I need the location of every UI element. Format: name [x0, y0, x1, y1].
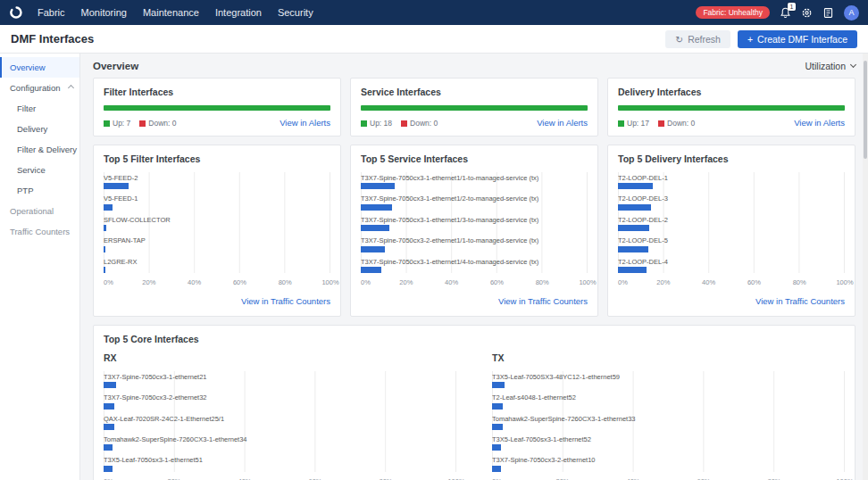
up-count: Up: 7 [113, 119, 130, 128]
bar-row: T3X5-Leaf-7050sx3-1-ethernet52 [492, 435, 844, 451]
view-in-traffic-counters-link[interactable]: View in Traffic Counters [755, 296, 845, 306]
bar [104, 466, 113, 472]
up-count: Up: 18 [370, 119, 392, 128]
create-dmf-interface-button[interactable]: + Create DMF Interface [738, 30, 857, 48]
nav-item-monitoring[interactable]: Monitoring [81, 7, 127, 18]
create-button-label: Create DMF Interface [757, 34, 847, 45]
down-count: Down: 0 [148, 119, 176, 128]
rx-chart-title: RX [104, 352, 456, 363]
service-interfaces-card: Service Interfaces Up: 18 Down: 0 View i… [350, 78, 598, 137]
scrollbar[interactable] [863, 54, 868, 480]
refresh-button[interactable]: ↻ Refresh [665, 30, 730, 48]
bar [104, 225, 106, 231]
axis-tick: 40% [702, 278, 715, 286]
gear-icon[interactable] [801, 7, 813, 19]
bar-row: T3X7-Spine-7050cx3-2-ethernet32 [104, 393, 455, 409]
view-in-alerts-link[interactable]: View in Alerts [794, 118, 845, 128]
filter-interfaces-card: Filter Interfaces Up: 7 Down: 0 View in … [93, 78, 341, 137]
sidebar-item-filter-delivery[interactable]: Filter & Delivery [0, 139, 79, 160]
card-title: Service Interfaces [361, 87, 588, 97]
utilization-bar [618, 105, 845, 111]
axis-tick: 20% [656, 278, 670, 286]
chevron-up-icon [68, 85, 74, 91]
bar-label: V5-FEED-2 [104, 174, 330, 182]
sidebar-item-ptp[interactable]: PTP [0, 180, 79, 201]
sidebar-item-configuration[interactable]: Configuration [0, 78, 79, 98]
bar-label: T3X5-Leaf-7050sx3-1-ethernet52 [492, 435, 844, 443]
docs-icon[interactable] [822, 7, 834, 19]
chart-plot-area: T3X5-Leaf-7050SX3-48YC12-1-ethernet59T2-… [492, 371, 845, 472]
top5-core-interfaces-card: Top 5 Core Interfaces RX T3X7-Spine-7050… [93, 325, 855, 480]
sidebar-item-label: PTP [17, 186, 33, 195]
bar-label: T2-Leaf-s4048-1-ethernet52 [492, 393, 844, 401]
utilization-cards-row: Filter Interfaces Up: 7 Down: 0 View in … [93, 78, 855, 137]
sidebar-item-label: Configuration [10, 83, 61, 93]
sidebar-item-operational[interactable]: Operational [0, 201, 79, 221]
bar-row: T2-LOOP-DEL-3 [618, 194, 844, 210]
utilization-dropdown[interactable]: Utilization [805, 61, 855, 71]
utilization-bar-track [618, 105, 845, 111]
sidebar-item-filter[interactable]: Filter [0, 98, 79, 119]
bar [361, 267, 381, 273]
core-rx-chart: T3X7-Spine-7050cx3-1-ethernet21T3X7-Spin… [104, 371, 456, 480]
bar-row: T3X7-Spine-7050cx3-1-ethernet1/4-to-mana… [361, 258, 587, 273]
bar [618, 267, 647, 273]
user-avatar[interactable]: A [844, 5, 859, 21]
sidebar-item-overview[interactable]: Overview [0, 57, 79, 78]
tx-chart-title: TX [492, 352, 845, 363]
bar-row: Tomahawk2-SuperSpine-7260CX3-1-ethernet3… [104, 435, 455, 451]
bar-row: T3X7-Spine-7050cx3-1-ethernet1/1-to-mana… [361, 174, 587, 189]
sidebar-item-delivery[interactable]: Delivery [0, 119, 79, 139]
bar-row: T3X7-Spine-7050cx3-1-ethernet1/2-to-mana… [361, 194, 587, 210]
bell-icon[interactable]: 1 [780, 7, 791, 19]
axis-tick: 80% [793, 278, 806, 286]
fabric-status-badge[interactable]: Fabric: Unhealthy [696, 6, 770, 19]
nav-item-fabric[interactable]: Fabric [38, 7, 65, 18]
axis-tick: 20% [399, 278, 413, 286]
bar [361, 183, 395, 189]
view-in-traffic-counters-link[interactable]: View in Traffic Counters [498, 296, 588, 306]
legend: Up: 17 Down: 0 [618, 119, 695, 128]
sidebar-item-service[interactable]: Service [0, 160, 79, 180]
bar-label: T3X7-Spine-7050cx3-1-ethernet1/2-to-mana… [361, 194, 587, 203]
bar-label: T2-LOOP-DEL-1 [618, 174, 844, 182]
bar [492, 424, 503, 430]
brand-logo-icon[interactable] [9, 5, 23, 20]
bar-row: T3X7-Spine-7050cx3-2-ethernet10 [492, 456, 844, 471]
nav-item-integration[interactable]: Integration [215, 7, 262, 18]
bar-label: T3X7-Spine-7050cx3-2-ethernet32 [104, 393, 455, 401]
bar-label: T3X7-Spine-7050cx3-1-ethernet1/3-to-mana… [361, 216, 587, 224]
core-tx-column: TX T3X5-Leaf-7050SX3-48YC12-1-ethernet59… [492, 352, 845, 480]
axis-tick: 80% [279, 278, 292, 286]
header-actions: ↻ Refresh + Create DMF Interface [665, 30, 857, 48]
bar [492, 466, 501, 472]
core-tx-chart: T3X5-Leaf-7050SX3-48YC12-1-ethernet59T2-… [492, 371, 845, 480]
view-in-alerts-link[interactable]: View in Alerts [537, 118, 588, 128]
bar-label: T2-LOOP-DEL-4 [618, 258, 844, 266]
nav-item-maintenance[interactable]: Maintenance [143, 7, 199, 18]
top5-cards-row: Top 5 Filter Interfaces V5-FEED-2V5-FEED… [93, 145, 855, 317]
chart-plot-area: T2-LOOP-DEL-1T2-LOOP-DEL-3T2-LOOP-DEL-2T… [618, 172, 845, 273]
bar [618, 204, 651, 211]
bar [618, 183, 653, 189]
nav-item-security[interactable]: Security [278, 7, 313, 18]
card-title: Delivery Interfaces [618, 87, 845, 97]
bar [492, 403, 503, 410]
view-in-traffic-counters-link[interactable]: View in Traffic Counters [241, 296, 330, 306]
view-in-alerts-link[interactable]: View in Alerts [280, 118, 330, 128]
card-title: Filter Interfaces [104, 87, 330, 97]
down-count: Down: 0 [410, 119, 438, 128]
scrollbar-thumb[interactable] [864, 61, 867, 159]
bar-label: V5-FEED-1 [104, 194, 330, 203]
utilization-bar [104, 105, 330, 111]
legend: Up: 7 Down: 0 [104, 119, 177, 128]
legend: Up: 18 Down: 0 [361, 119, 438, 128]
sidebar-item-label: Operational [10, 206, 54, 216]
bar [104, 204, 113, 211]
bar-label: SFLOW-COLLECTOR [104, 216, 330, 224]
bar-row: V5-FEED-1 [104, 194, 330, 210]
sidebar-item-traffic-counters[interactable]: Traffic Counters [0, 221, 79, 242]
section-title: Overview [93, 61, 138, 71]
chart-title: Top 5 Filter Interfaces [104, 153, 330, 164]
bar-row: T3X7-Spine-7050cx3-1-ethernet21 [104, 373, 455, 388]
